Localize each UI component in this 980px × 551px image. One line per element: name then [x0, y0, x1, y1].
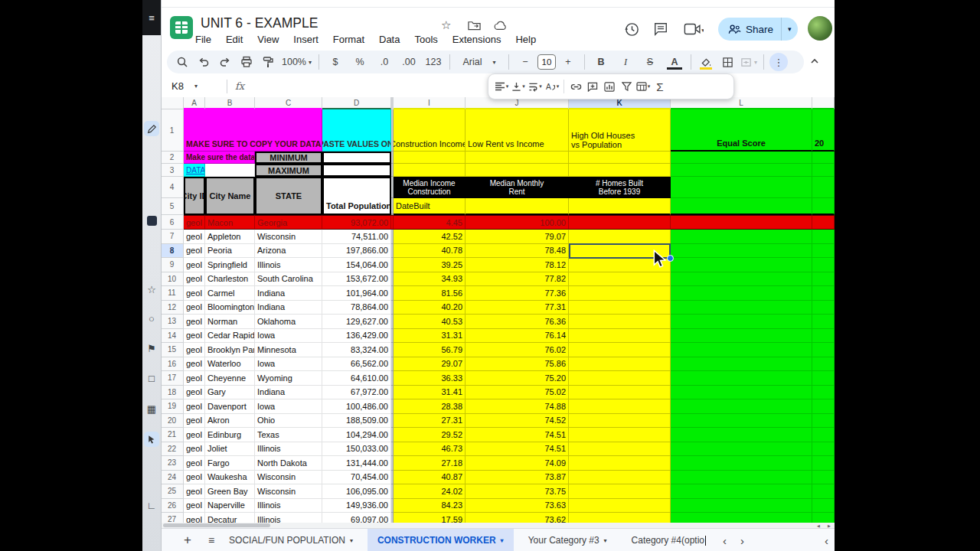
cell-state[interactable]: Arizona	[255, 244, 322, 259]
cell-empty[interactable]	[569, 164, 671, 177]
cell-m[interactable]	[812, 244, 835, 259]
cell-rent-vs-income[interactable]: 74.51	[466, 442, 569, 457]
cell-population[interactable]: 150,033.00	[322, 442, 391, 457]
text-wrap-button[interactable]: ▾	[528, 77, 543, 96]
cell-empty[interactable]	[466, 164, 569, 177]
cell-construction-income[interactable]: 31.31	[394, 329, 466, 344]
cell-population[interactable]: 101,964.00	[322, 286, 391, 301]
cell-datebuilt-label[interactable]: DateBuilt	[394, 198, 466, 215]
cell-m[interactable]	[812, 386, 835, 400]
cell-city-id[interactable]: geoI	[184, 499, 205, 514]
paint-format-icon[interactable]	[259, 53, 277, 71]
document-title[interactable]: UNIT 6 - EXAMPLE	[201, 15, 318, 31]
sheets-logo[interactable]	[170, 16, 193, 39]
scrollbar-thumb[interactable]	[163, 523, 270, 527]
cell-minimum-value[interactable]	[322, 152, 391, 164]
menu-format[interactable]: Format	[333, 34, 364, 45]
table-views-button[interactable]: ▾	[635, 77, 651, 96]
more-toolbar-button[interactable]: ⋮	[769, 53, 788, 71]
cell-l[interactable]	[671, 230, 812, 244]
cell-k[interactable]	[569, 484, 671, 499]
create-filter-icon[interactable]	[619, 77, 634, 96]
cell-rent-vs-income[interactable]: 74.88	[466, 399, 569, 414]
hide-menus-icon[interactable]	[808, 55, 824, 70]
cell-empty[interactable]	[812, 198, 835, 215]
row-header-16[interactable]: 16	[161, 357, 184, 372]
cell-l[interactable]	[671, 215, 812, 230]
row-header-1[interactable]: 1	[161, 109, 184, 152]
cell-city-id[interactable]: geoI	[184, 244, 205, 259]
bold-button[interactable]: B	[590, 53, 612, 71]
cell-state[interactable]: Wisconsin	[255, 484, 322, 499]
cell-construction-income[interactable]: 4.45	[394, 215, 466, 230]
cell-rent-vs-income[interactable]: 74.09	[466, 456, 569, 471]
circle-icon[interactable]: ○	[144, 311, 159, 326]
cell-m[interactable]	[812, 301, 835, 315]
cell-empty[interactable]	[205, 164, 255, 177]
corner-icon[interactable]: ∟	[144, 497, 159, 513]
row-header-22[interactable]: 22	[161, 442, 184, 457]
cell-city-id[interactable]: geoI	[184, 399, 205, 414]
cell-partial-2023[interactable]: 20	[812, 109, 835, 152]
cell-empty[interactable]	[812, 177, 835, 198]
cell-k[interactable]	[569, 215, 671, 230]
cell-m[interactable]	[812, 499, 835, 514]
cell-m[interactable]	[812, 484, 835, 499]
cell-empty[interactable]	[812, 152, 835, 164]
cell-construction-income[interactable]: 34.93	[394, 272, 466, 287]
vertical-align-button[interactable]: ▾	[511, 77, 526, 96]
cell-construction-income[interactable]: 40.78	[394, 244, 466, 259]
row-header-18[interactable]: 18	[161, 386, 184, 400]
cell-m[interactable]	[812, 357, 835, 372]
row-header-25[interactable]: 25	[161, 484, 184, 499]
cell-city-name[interactable]: Norman	[205, 315, 255, 329]
cell-state[interactable]: Indiana	[255, 386, 322, 400]
cell-construction-income[interactable]: 81.56	[394, 286, 466, 301]
cell-rent-vs-income[interactable]: 74.51	[466, 428, 569, 442]
cell-k[interactable]	[569, 399, 671, 414]
fill-color-button[interactable]	[697, 53, 715, 71]
cell-state[interactable]: Oklahoma	[255, 315, 322, 329]
cell-city-name[interactable]: Davenport	[205, 399, 255, 414]
scroll-left-icon[interactable]: ◀	[813, 523, 824, 528]
cell-rent-vs-income[interactable]: 74.52	[466, 414, 569, 429]
cell-population[interactable]: 69,097.00	[322, 513, 391, 523]
cell-l[interactable]	[671, 272, 812, 287]
cell-rent-vs-income[interactable]: 75.86	[466, 357, 569, 372]
print-icon[interactable]	[237, 53, 256, 71]
zoom-select[interactable]: 100%▾	[280, 53, 313, 71]
row-header-23[interactable]: 23	[161, 456, 184, 471]
cell-state[interactable]: Iowa	[255, 399, 322, 414]
cell-state[interactable]: Illinois	[255, 258, 322, 272]
cell-m[interactable]	[812, 329, 835, 344]
cell-rent-vs-income[interactable]: 78.12	[466, 258, 569, 272]
search-icon[interactable]	[173, 53, 191, 71]
cell-population[interactable]: 67,972.00	[322, 386, 391, 400]
cell-l[interactable]	[671, 315, 812, 329]
cell-l[interactable]	[671, 258, 812, 272]
cell-population[interactable]: 149,936.00	[322, 499, 391, 514]
cell-m[interactable]	[812, 230, 835, 244]
cell-k[interactable]	[569, 343, 671, 357]
cell-population[interactable]: 136,429.00	[322, 329, 391, 344]
cell-city-name[interactable]: Gary	[205, 386, 255, 400]
version-history-icon[interactable]	[624, 21, 641, 38]
cell-rent-vs-income[interactable]: 73.75	[466, 484, 569, 499]
cell-population[interactable]: 83,324.00	[322, 343, 391, 357]
pointer-icon[interactable]	[144, 432, 159, 447]
sheet-tab-1[interactable]: SOCIAL/FUN POPULATION▾	[219, 529, 363, 551]
cell-construction-income[interactable]: 56.79	[394, 343, 466, 357]
sheet-tab-2[interactable]: CONSTRUCTION WORKER▾	[368, 529, 514, 551]
cell-rent-vs-income[interactable]: 75.20	[466, 371, 569, 386]
cell-minimum-label[interactable]: MINIMUM	[255, 152, 322, 164]
cell-city-name[interactable]: Waukesha	[205, 471, 255, 485]
cell-k[interactable]	[569, 371, 671, 386]
menu-view[interactable]: View	[257, 34, 279, 45]
comment-history-icon[interactable]	[653, 21, 670, 38]
more-formats-button[interactable]: 123	[423, 53, 444, 71]
cell-k[interactable]	[569, 386, 671, 400]
share-dropdown-icon[interactable]: ▾	[788, 25, 792, 33]
cell-city-name[interactable]: Edinburg	[205, 428, 255, 442]
cell-city-id[interactable]: geoI	[184, 343, 205, 357]
cell-city-name[interactable]: Naperville	[205, 499, 255, 514]
